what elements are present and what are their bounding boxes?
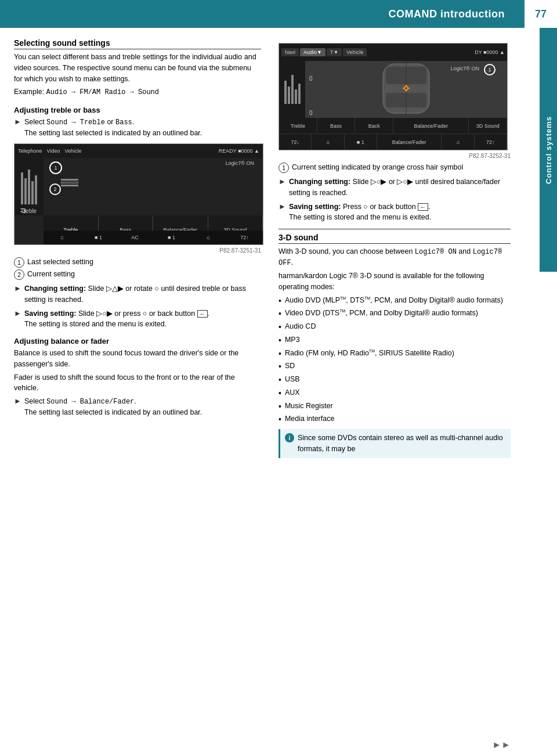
section-treble-title: Adjusting treble or bass xyxy=(14,106,261,114)
dot-item-1: • Audio DVD (MLPTM, DTSTM, PCM, and Dolb… xyxy=(278,295,511,306)
screen-caption-2: P82.87-3252-31 xyxy=(278,152,511,160)
bf-menu-row: Treble Bass Back Balance/Fader 3D Sound xyxy=(279,118,507,134)
arrow-icon-6: ► xyxy=(278,202,286,211)
footer-nav: ►► xyxy=(492,740,511,750)
arrow-icon-2: ► xyxy=(14,284,21,293)
dot-item-6: • SD xyxy=(278,361,511,372)
arrow-icon-4: ► xyxy=(14,397,21,405)
dot-text-10: Media interface xyxy=(285,413,334,424)
bf-bass-item: Bass xyxy=(317,118,356,134)
dot-icon-10: • xyxy=(278,415,281,424)
car-top-view-svg xyxy=(374,61,438,116)
dot-text-5: Radio (FM only, HD RadioTM, SIRIUS Satel… xyxy=(285,348,454,359)
balance-screen-image: Navi Audio▼ T▼ Vehicle DY ■0000 ▲ xyxy=(278,43,508,150)
info-box: i Since some DVDs contain stereo as well… xyxy=(278,429,511,458)
section-selecting-title: Selecting sound settings xyxy=(14,38,261,49)
saving-setting-text: Saving setting: Slide ▷○▶ or press ○ or … xyxy=(24,308,209,330)
3d-dot-list: • Audio DVD (MLPTM, DTSTM, PCM, and Dolb… xyxy=(278,295,511,425)
balance-body-2: Fader is used to shift the sound focus t… xyxy=(14,372,261,394)
dot-text-8: AUX xyxy=(285,387,300,398)
saving-setting-item: ► Saving setting: Slide ▷○▶ or press ○ o… xyxy=(14,308,261,330)
treble-screen-left-bars xyxy=(15,158,44,215)
header-bar: COMAND introduction 77 xyxy=(0,0,557,28)
caption-row-2: 2 Current setting xyxy=(14,269,261,280)
step2-note: The setting last selected is indicated b… xyxy=(24,408,202,416)
treble-outlined-bar xyxy=(61,179,78,188)
info-text: Since some DVDs contain stereo as well a… xyxy=(298,433,506,455)
dot-text-1: Audio DVD (MLPTM, DTSTM, PCM, and Dolby … xyxy=(285,295,503,306)
bf-val-6: 72↑ xyxy=(475,134,507,150)
dot-text-3: Audio CD xyxy=(285,321,316,332)
treble-screen-top-bar: Telephone Video Vehicle READY ■0000 ▲ xyxy=(15,144,263,158)
bf-val-5: ♫ xyxy=(442,134,474,150)
dot-icon-1: • xyxy=(278,296,281,305)
dot-item-7: • USB xyxy=(278,374,511,385)
step1-item: ► Select Sound → Treble or Bass. The set… xyxy=(14,117,261,139)
dot-icon-4: • xyxy=(278,336,281,345)
page-number: 77 xyxy=(525,0,557,28)
dot-item-2: • Video DVD (DTSTM, PCM, and Dolby Digit… xyxy=(278,308,511,319)
section-selecting-body: You can select different bass and treble… xyxy=(14,52,261,84)
treble-value: -3 xyxy=(20,207,26,214)
bf-val-3: ■ 1 xyxy=(345,134,377,150)
caption-text-1: Last selected setting xyxy=(27,257,93,268)
bf-val-1: 72↓ xyxy=(279,134,312,150)
bf-status: DY ■0000 ▲ xyxy=(475,49,505,55)
dot-text-4: MP3 xyxy=(285,334,300,345)
treble-screen-status: READY ■0000 ▲ xyxy=(219,148,259,154)
caption-row-1: 1 Last selected setting xyxy=(14,257,261,268)
dot-text-2: Video DVD (DTSTM, PCM, and Dolby Digital… xyxy=(285,308,478,319)
header-title: COMAND introduction xyxy=(389,8,505,20)
bf-tab-audio: Audio▼ xyxy=(300,48,325,56)
current-setting-caption: 1 Current setting indicated by orange cr… xyxy=(278,163,511,173)
dot-text-6: SD xyxy=(285,361,295,372)
bf-circle-1: 1 xyxy=(484,64,495,75)
arrow-icon-5: ► xyxy=(278,177,286,186)
bf-val-4: Balance/Fader xyxy=(377,134,442,150)
treble-circle-1: 1 xyxy=(49,161,62,174)
example-text: Example: Audio → FM/AM Radio → Sound xyxy=(14,87,261,98)
dot-item-8: • AUX xyxy=(278,387,511,398)
step1-text: Select Sound → Treble or Bass. The setti… xyxy=(24,117,202,139)
bf-val-2: ♫ xyxy=(312,134,344,150)
bf-3d-item: 3D Sound xyxy=(469,118,507,134)
dot-icon-9: • xyxy=(278,402,281,411)
main-content: Selecting sound settings You can select … xyxy=(0,28,557,463)
dot-icon-2: • xyxy=(278,309,281,318)
screen-caption-1: P82.87-3251-31 xyxy=(14,246,261,255)
example-label: Example: xyxy=(14,88,44,96)
dot-item-4: • MP3 xyxy=(278,334,511,345)
step1-note: The setting last selected is indicated b… xyxy=(24,129,202,137)
dot-item-5: • Radio (FM only, HD RadioTM, SIRIUS Sat… xyxy=(278,348,511,359)
car-top-view-container xyxy=(374,61,438,118)
dot-icon-5: • xyxy=(278,349,281,358)
treble-bottom-values: ♫ ■ 1 AC ■ 1 ♫ 72↑ xyxy=(44,231,263,244)
bf-tab-t: T▼ xyxy=(327,48,342,56)
arrow-icon-3: ► xyxy=(14,309,21,318)
section-3d-title: 3-D sound xyxy=(278,233,511,244)
bf-tab-navi: Navi xyxy=(281,48,299,56)
dot-text-9: Music Register xyxy=(285,401,333,412)
left-column: Selecting sound settings You can select … xyxy=(0,38,273,463)
changing-setting-text: Changing setting: Slide ▷△▶ or rotate ○ … xyxy=(24,283,261,305)
treble-logic-text: Logic7® ON xyxy=(226,160,254,166)
bf-back-item: Back xyxy=(355,118,393,134)
bf-logic-text: Logic7® ON xyxy=(451,66,479,71)
dot-item-10: • Media interface xyxy=(278,413,511,424)
dot-icon-3: • xyxy=(278,322,281,332)
caption-num-1: 1 xyxy=(14,257,24,268)
arrow-icon: ► xyxy=(14,117,21,126)
changing-setting-item: ► Changing setting: Slide ▷△▶ or rotate … xyxy=(14,283,261,305)
bf-balance-item: Balance/Fader xyxy=(393,118,469,134)
right-tab-label: Control systems xyxy=(544,116,553,184)
dot-item-9: • Music Register xyxy=(278,401,511,412)
bf-changing-text: Changing setting: Slide ▷○▶ or ▷○▶ until… xyxy=(289,177,511,199)
info-icon: i xyxy=(285,433,294,442)
bf-saving-item: ► Saving setting: Press ○ or back button… xyxy=(278,201,511,224)
bf-treble-item: Treble xyxy=(279,118,317,134)
right-tab: Control systems xyxy=(540,28,557,272)
bf-zero-bottom: 0 xyxy=(309,110,313,116)
current-setting-text: Current setting indicated by orange cros… xyxy=(292,163,463,173)
treble-circle-2: 2 xyxy=(49,183,61,195)
dot-icon-8: • xyxy=(278,388,281,398)
